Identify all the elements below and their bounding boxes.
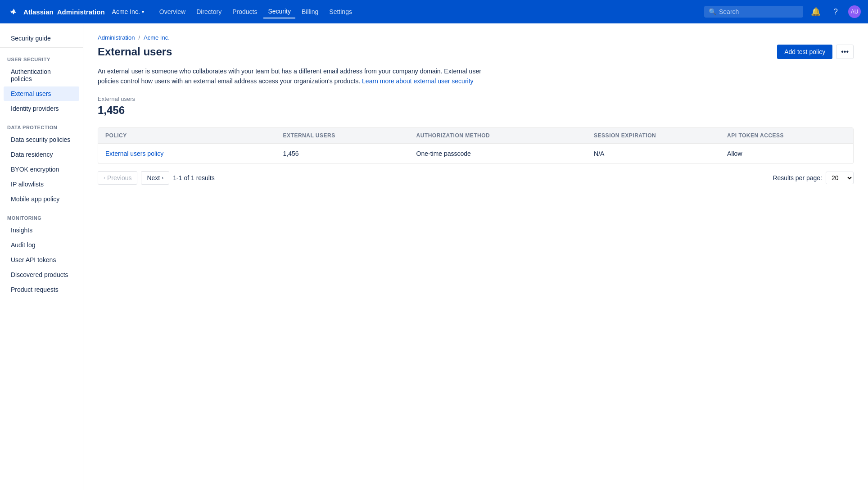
cell-external-users-count: 1,456 [276, 144, 409, 163]
cell-api-token-access: Allow [720, 144, 853, 163]
cell-policy-name: External users policy [98, 144, 276, 163]
atlassian-logo: Atlassian Administration [7, 5, 105, 18]
nav-overview[interactable]: Overview [155, 5, 190, 18]
page-title: External users [98, 45, 172, 58]
nav-products[interactable]: Products [228, 5, 262, 18]
sidebar-item-ip-allowlists[interactable]: IP allowlists [4, 177, 79, 191]
main-content: Administration / Acme Inc. External user… [83, 23, 868, 490]
org-selector[interactable]: Acme Inc. ▾ [112, 8, 144, 15]
sidebar-item-audit-log[interactable]: Audit log [4, 238, 79, 252]
sidebar-item-identity-providers[interactable]: Identity providers [4, 101, 79, 116]
col-api-access: API token access [720, 128, 853, 143]
cell-session-expiration: N/A [587, 144, 720, 163]
page-header: External users Add test policy ••• [98, 45, 854, 59]
stats-count: 1,456 [98, 104, 854, 117]
policies-table: Policy External users Authorization meth… [98, 127, 854, 164]
policy-link[interactable]: External users policy [105, 150, 163, 157]
pagination-right: Results per page: 10 20 50 100 [773, 172, 854, 184]
col-external-users: External users [276, 128, 409, 143]
page-description: An external user is someone who collabor… [98, 66, 503, 86]
sidebar-item-insights[interactable]: Insights [4, 223, 79, 237]
admin-label: Administration [57, 8, 105, 16]
sidebar-item-security-guide[interactable]: Security guide [4, 31, 79, 45]
top-nav: Atlassian Administration Acme Inc. ▾ Ove… [0, 0, 868, 23]
table-row: External users policy 1,456 One-time pas… [98, 144, 853, 163]
sidebar-item-auth-policies[interactable]: Authentication policies [4, 64, 79, 86]
top-nav-links: Overview Directory Products Security Bil… [155, 5, 357, 18]
pagination: ‹ Previous Next › 1-1 of 1 results Resul… [98, 171, 854, 185]
sidebar-section-data-protection: Data Protection [0, 119, 83, 132]
next-button[interactable]: Next › [141, 171, 169, 185]
sidebar-item-byok[interactable]: BYOK encryption [4, 162, 79, 177]
sidebar-item-discovered-products[interactable]: Discovered products [4, 268, 79, 282]
pagination-nav: ‹ Previous Next › 1-1 of 1 results [98, 171, 215, 185]
atlassian-logo-icon [7, 5, 20, 18]
search-icon: 🔍 [709, 8, 716, 15]
help-icon[interactable]: ? [828, 5, 843, 19]
sidebar-item-mobile-app[interactable]: Mobile app policy [4, 192, 79, 206]
search-input[interactable] [719, 8, 799, 15]
layout: Security guide User Security Authenticat… [0, 23, 868, 490]
sidebar-item-user-api-tokens[interactable]: User API tokens [4, 253, 79, 267]
atlassian-wordmark: Atlassian [23, 8, 54, 16]
sidebar-section-monitoring: Monitoring [0, 210, 83, 222]
table-header: Policy External users Authorization meth… [98, 128, 853, 144]
breadcrumb: Administration / Acme Inc. [98, 34, 854, 41]
avatar[interactable]: AU [848, 5, 861, 18]
breadcrumb-org[interactable]: Acme Inc. [144, 34, 170, 41]
nav-directory[interactable]: Directory [192, 5, 226, 18]
cell-auth-method: One-time passcode [409, 144, 587, 163]
add-test-policy-button[interactable]: Add test policy [777, 45, 832, 59]
results-per-page-select[interactable]: 10 20 50 100 [826, 172, 854, 184]
col-policy: Policy [98, 128, 276, 143]
notifications-icon[interactable]: 🔔 [809, 5, 823, 19]
search-bar[interactable]: 🔍 [704, 6, 803, 18]
col-auth-method: Authorization method [409, 128, 587, 143]
nav-billing[interactable]: Billing [297, 5, 323, 18]
nav-security[interactable]: Security [263, 5, 295, 18]
right-arrow-icon: › [162, 175, 163, 181]
sidebar-item-data-residency[interactable]: Data residency [4, 147, 79, 162]
learn-more-link[interactable]: Learn more about external user security [362, 77, 473, 85]
sidebar-section-user-security: User Security [0, 51, 83, 64]
sidebar-item-external-users[interactable]: External users [4, 86, 79, 101]
sidebar-item-data-security[interactable]: Data security policies [4, 132, 79, 147]
sidebar-item-product-requests[interactable]: Product requests [4, 282, 79, 297]
col-session-exp: Session expiration [587, 128, 720, 143]
sidebar: Security guide User Security Authenticat… [0, 23, 83, 490]
breadcrumb-separator: / [138, 34, 140, 41]
nav-settings[interactable]: Settings [325, 5, 357, 18]
chevron-down-icon: ▾ [142, 9, 144, 14]
previous-button[interactable]: ‹ Previous [98, 171, 137, 185]
more-actions-button[interactable]: ••• [836, 45, 854, 59]
top-nav-right: 🔍 🔔 ? AU [704, 5, 861, 19]
breadcrumb-administration[interactable]: Administration [98, 34, 135, 41]
stats-label: External users [98, 95, 854, 102]
pagination-info: 1-1 of 1 results [173, 174, 215, 181]
results-per-page-label: Results per page: [773, 174, 822, 181]
left-arrow-icon: ‹ [104, 175, 105, 181]
header-actions: Add test policy ••• [777, 45, 854, 59]
